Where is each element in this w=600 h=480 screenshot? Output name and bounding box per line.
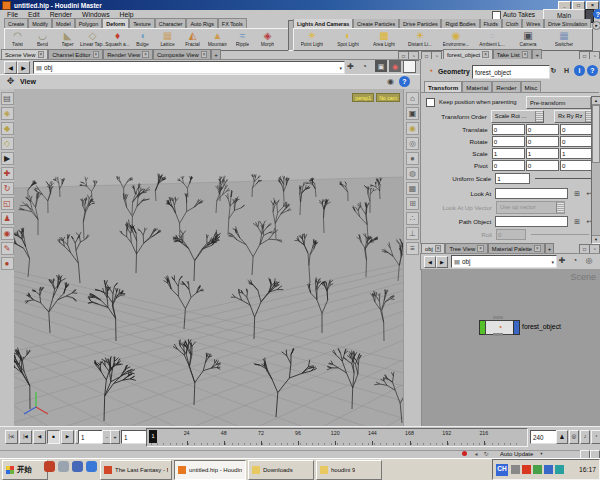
stop-button[interactable]: ■ <box>47 430 60 444</box>
go-start-button[interactable]: |≪ <box>5 430 18 444</box>
path-dropdown-icon[interactable]: ▾ <box>339 65 342 71</box>
shelf-tool-distant-li-[interactable]: ☀Distant Li... <box>402 29 438 50</box>
display-normals-icon[interactable]: ⊥ <box>406 227 419 240</box>
recook-status-icon[interactable]: ↻ <box>482 450 490 457</box>
parameter-scrollbar[interactable]: ▲ ▼ <box>591 96 600 244</box>
recook-icon[interactable]: ↻ <box>548 65 559 76</box>
shade-mode-icon[interactable]: ● <box>406 152 419 165</box>
frame-increment-button[interactable]: + <box>110 430 120 444</box>
tab-close-icon[interactable]: × <box>142 51 149 58</box>
quick-launch-browser[interactable] <box>44 461 55 472</box>
shelf-tab-fx-tools[interactable]: FX Tools <box>218 18 247 28</box>
shelf-tab-deform[interactable]: Deform <box>102 18 129 28</box>
network-pin-icon[interactable]: ✚ <box>557 256 567 266</box>
frame-selected-icon[interactable]: ▣ <box>406 107 419 120</box>
wire-mode-icon[interactable]: ◍ <box>406 167 419 180</box>
shelf-tab-character[interactable]: Character <box>155 18 187 28</box>
shelf-tool-bend[interactable]: ◡Bend <box>30 29 55 50</box>
paint-tool-icon[interactable]: ✎ <box>1 242 14 255</box>
node-output-connector[interactable] <box>493 333 503 336</box>
shelf-tool-area-light[interactable]: ▩Area Light <box>366 29 402 50</box>
pane-tab-render-view[interactable]: Render View× <box>103 49 153 59</box>
path-pin-icon[interactable]: ✚ <box>345 61 356 72</box>
shelf-tool-point-light[interactable]: ☀Point Light <box>294 29 330 50</box>
menu-windows[interactable]: Windows <box>77 11 115 18</box>
scrollbar-thumb[interactable] <box>592 105 600 163</box>
network-path-field[interactable]: ▤ obj ▾ <box>451 255 557 268</box>
tab-close-icon[interactable]: × <box>435 245 442 252</box>
rotate-field-1[interactable]: 0 <box>526 136 559 147</box>
param-tab-material[interactable]: Material <box>462 81 492 92</box>
tab-close-icon[interactable]: × <box>38 51 45 58</box>
shelf-tool-switcher[interactable]: ▦Switcher <box>546 29 582 50</box>
translate-field-1[interactable]: 0 <box>526 124 559 135</box>
viewport-name-badge[interactable]: persp1 <box>352 93 374 102</box>
scale-field-1[interactable]: 1 <box>526 148 559 159</box>
scene-viewport[interactable]: persp1 No cam <box>14 89 403 426</box>
rotate-field-0[interactable]: 0 <box>492 136 525 147</box>
uniform-scale-slider[interactable] <box>535 178 594 179</box>
info-icon[interactable]: i <box>574 65 585 76</box>
pane-tab-channel-editor[interactable]: Channel Editor× <box>48 49 103 59</box>
snap-grid-icon[interactable]: ▦ <box>406 182 419 195</box>
scale-field-0[interactable]: 1 <box>492 148 525 159</box>
menu-help[interactable]: Help <box>115 11 139 18</box>
pivot-field-2[interactable]: 0 <box>560 160 593 171</box>
shelf-tab-lights-and-cameras[interactable]: Lights And Cameras <box>293 19 353 28</box>
network-path-dropdown-icon[interactable]: ▾ <box>551 259 554 265</box>
path-back-button[interactable]: ◀ <box>4 61 17 74</box>
path-forward-button[interactable]: ▶ <box>17 61 30 74</box>
pose-tool-icon[interactable]: ♟ <box>1 212 14 225</box>
global-animation-options-button[interactable]: ♟ <box>556 430 568 444</box>
shelf-tool-environme-[interactable]: ◉Environme... <box>438 29 474 50</box>
current-frame-field[interactable]: 1 <box>121 430 147 444</box>
pane-tab-add[interactable]: + <box>532 49 542 59</box>
start-button[interactable]: 开始 <box>2 460 48 480</box>
playbar-mode-button[interactable]: ◎ <box>569 430 579 444</box>
shelf-tab-drive-simulation[interactable]: Drive Simulation <box>544 19 591 28</box>
quick-launch-show-desktop[interactable] <box>58 461 69 472</box>
menu-file[interactable]: File <box>2 11 23 18</box>
shelf-tab-model[interactable]: Model <box>52 18 75 28</box>
shelf-help-icon[interactable]: ? <box>593 9 600 19</box>
scene-path-field[interactable]: ▤ obj ▾ <box>33 61 345 74</box>
rotate-field-2[interactable]: 0 <box>560 136 593 147</box>
quick-launch-ie[interactable] <box>86 461 97 472</box>
range-end-field[interactable]: 240 <box>530 430 559 444</box>
viewbar-network-icon[interactable]: ◉ <box>385 76 396 87</box>
network-tab-add[interactable]: + <box>545 243 555 253</box>
help-icon[interactable]: ? <box>587 65 598 76</box>
shelf-tab-wires[interactable]: Wires <box>522 19 544 28</box>
shelf-tab-rigid-bodies[interactable]: Rigid Bodies <box>441 19 479 28</box>
flipbook-icon[interactable]: ▣ <box>375 60 387 72</box>
shelf-overflow-icon[interactable]: ▸ <box>592 21 600 30</box>
shelf-tool-ripple[interactable]: ≈Ripple <box>230 29 255 50</box>
menu-edit[interactable]: Edit <box>23 11 45 18</box>
ortho-views-icon[interactable]: ⊞ <box>406 197 419 210</box>
pane-tab-composite-view[interactable]: Composite View× <box>153 49 211 59</box>
shelf-tool-bulge[interactable]: ◖Bulge <box>130 29 155 50</box>
task-downloads[interactable]: Downloads <box>248 460 314 480</box>
shelf-tool-mountain[interactable]: ▲Mountain <box>205 29 230 50</box>
snapshot-button[interactable] <box>403 60 416 73</box>
pane-tab-add[interactable]: + <box>211 49 221 59</box>
pivot-field-0[interactable]: 0 <box>492 160 525 171</box>
network-zoom-icon[interactable]: ◎ <box>584 256 594 266</box>
pretransform-dropdown[interactable]: Pre-transform <box>526 96 599 109</box>
timeline-ruler[interactable]: 1 24487296120144168192216 <box>146 428 528 447</box>
network-history-icon[interactable]: ◔ <box>570 256 580 266</box>
tray-icon-4[interactable] <box>555 465 564 474</box>
pivot-field-1[interactable]: 0 <box>526 160 559 171</box>
rotate-order-dropdown[interactable]: Rx Ry Rz <box>554 110 594 123</box>
keep-position-checkbox[interactable] <box>426 98 435 107</box>
audio-button[interactable]: ♪ <box>580 430 590 444</box>
network-tab-material-palette[interactable]: Material Palette× <box>488 243 545 253</box>
param-tab-misc[interactable]: Misc <box>521 81 542 92</box>
tray-icon-0[interactable] <box>511 465 520 474</box>
shelf-tab-cloth[interactable]: Cloth <box>502 19 523 28</box>
translate-field-2[interactable]: 0 <box>560 124 593 135</box>
character-pick-icon[interactable]: ◉ <box>1 227 14 240</box>
network-forward-button[interactable]: ▶ <box>436 256 448 268</box>
network-back-button[interactable]: ◀ <box>424 256 436 268</box>
shelf-tool-fractal[interactable]: ◭Fractal <box>180 29 205 50</box>
